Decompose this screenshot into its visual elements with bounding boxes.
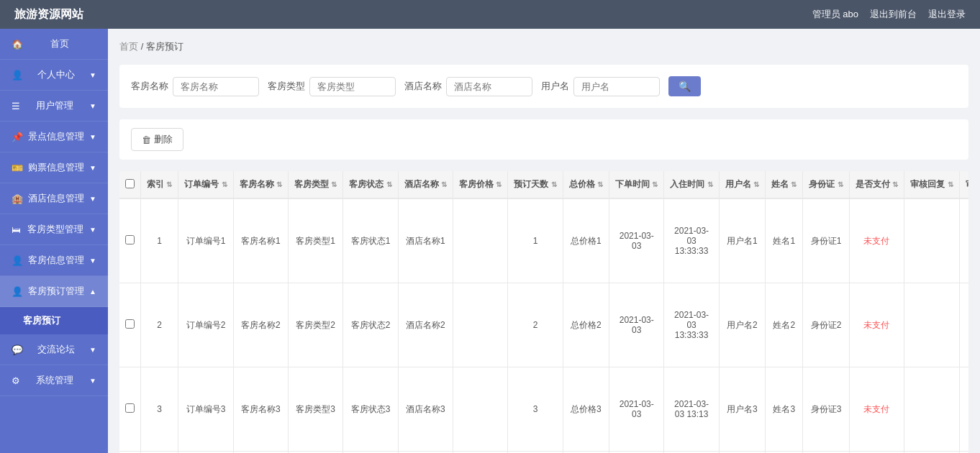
- row-paid: 未支付: [849, 367, 904, 452]
- row-username: 用户名2: [719, 283, 765, 367]
- sidebar-label-booking: 购票信息管理: [28, 161, 84, 174]
- row-hotel-name: 酒店名称2: [398, 283, 453, 367]
- breadcrumb-home[interactable]: 首页: [119, 41, 138, 52]
- row-realname: 姓名2: [766, 283, 803, 367]
- sidebar-item-scenic[interactable]: 📌 景点信息管理 ▼: [0, 122, 108, 152]
- sidebar-label-hotel: 酒店信息管理: [28, 192, 84, 205]
- sidebar-sub-item-room-order[interactable]: 客房预订: [0, 307, 108, 334]
- row-hotel-name: 酒店名称1: [398, 198, 453, 283]
- site-title: 旅游资源网站: [14, 7, 83, 22]
- breadcrumb-separator: /: [141, 41, 144, 52]
- row-total-price: 总价格1: [563, 198, 609, 283]
- sort-icon-order-time: ⇅: [652, 180, 658, 188]
- sidebar-item-room-type[interactable]: 🛏 客房类型管理 ▼: [0, 214, 108, 245]
- row-realname: 姓名3: [766, 367, 803, 452]
- row-realname: 姓名1: [766, 198, 803, 283]
- row-room-status: 客房状态3: [343, 367, 398, 452]
- row-paid: 未支付: [849, 198, 904, 283]
- sidebar-item-sys[interactable]: ⚙ 系统管理 ▼: [0, 365, 108, 396]
- booking-icon: 🎫: [12, 163, 23, 173]
- row-room-name: 客房名称1: [233, 198, 288, 283]
- row-order-time: 2021-03-03: [609, 283, 664, 367]
- sort-icon-realname: ⇅: [791, 180, 797, 188]
- sidebar-label-personal: 个人中心: [37, 68, 75, 81]
- sidebar-item-home[interactable]: 🏠 首页: [0, 29, 108, 60]
- chevron-down-icon-4: ▼: [89, 164, 96, 172]
- row-paid: 未支付: [849, 283, 904, 367]
- row-audit-reply: [904, 198, 959, 283]
- row-select-checkbox[interactable]: [125, 235, 135, 244]
- sidebar-item-room-info[interactable]: 👤 客房信息管理 ▼: [0, 245, 108, 276]
- sidebar-item-booking[interactable]: 🎫 购票信息管理 ▼: [0, 152, 108, 183]
- sidebar-item-hotel[interactable]: 🏨 酒店信息管理 ▼: [0, 183, 108, 214]
- row-total-price: 总价格2: [563, 283, 609, 367]
- hotel-name-input[interactable]: [446, 77, 532, 96]
- search-icon: 🔍: [679, 81, 691, 92]
- table-row: 1 订单编号1 客房名称1 客房类型1 客房状态1 酒店名称1 1 总价格1 2…: [119, 198, 968, 283]
- search-user-name-field: 用户名: [541, 77, 660, 96]
- chevron-down-icon-5: ▼: [89, 195, 96, 203]
- th-room-name: 客房名称 ⇅: [233, 171, 288, 198]
- row-room-name: 客房名称2: [233, 283, 288, 367]
- row-checkin-time: 2021-03-03 13:13: [664, 367, 719, 452]
- row-checkin-time: 2021-03-03 13:33:33: [664, 283, 719, 367]
- row-room-price: [453, 283, 508, 367]
- breadcrumb: 首页 / 客房预订: [119, 40, 968, 53]
- sys-icon: ⚙: [12, 375, 20, 386]
- delete-icon: 🗑: [142, 134, 151, 145]
- delete-label: 删除: [154, 133, 173, 146]
- logout-link[interactable]: 退出登录: [928, 8, 966, 21]
- row-book-days: 1: [508, 198, 563, 283]
- sidebar-item-forum[interactable]: 💬 交流论坛 ▼: [0, 334, 108, 365]
- sidebar-label-room-type: 客房类型管理: [27, 223, 83, 236]
- top-header: 旅游资源网站 管理员 abo 退出到前台 退出登录: [0, 0, 980, 29]
- scenic-icon: 📌: [12, 132, 23, 142]
- row-select-checkbox[interactable]: [125, 319, 135, 329]
- select-all-checkbox[interactable]: [125, 179, 135, 188]
- header-actions: 管理员 abo 退出到前台 退出登录: [812, 8, 966, 21]
- row-checkbox: [119, 367, 141, 452]
- sort-icon-status: ⇅: [386, 180, 392, 188]
- table-row: 2 订单编号2 客房名称2 客房类型2 客房状态2 酒店名称2 2 总价格2 2…: [119, 283, 968, 367]
- user-name-input[interactable]: [573, 77, 660, 96]
- row-idcard: 身份证1: [803, 198, 849, 283]
- th-room-type: 客房类型 ⇅: [289, 171, 343, 198]
- row-order-time: 2021-03-03: [609, 198, 664, 283]
- main-content: 首页 / 客房预订 客房名称 客房类型 酒店名称 用户名 🔍: [108, 29, 980, 453]
- row-select-checkbox[interactable]: [125, 403, 135, 413]
- row-room-name: 客房名称3: [233, 367, 288, 452]
- sort-icon-checkin: ⇅: [707, 180, 713, 188]
- row-room-status: 客房状态2: [343, 283, 398, 367]
- row-room-status: 客房状态1: [343, 198, 398, 283]
- search-hotel-name-field: 酒店名称: [404, 77, 532, 96]
- room-name-input[interactable]: [173, 77, 259, 96]
- row-checkin-time: 2021-03-03 13:33:33: [664, 198, 719, 283]
- sidebar-item-user-mgmt[interactable]: ☰ 用户管理 ▼: [0, 91, 108, 122]
- search-button[interactable]: 🔍: [668, 76, 701, 96]
- sidebar-label-room-info: 客房信息管理: [28, 254, 84, 267]
- room-type-label: 客房类型: [268, 80, 305, 93]
- sort-icon-price: ⇅: [496, 180, 502, 188]
- layout: 🏠 首页 👤 个人中心 ▼ ☰ 用户管理 ▼ 📌 景点信息管理 ▼ 🎫 购票信息…: [0, 29, 980, 453]
- row-checkbox: [119, 283, 141, 367]
- sidebar-item-personal[interactable]: 👤 个人中心 ▼: [0, 60, 108, 91]
- sort-icon-days: ⇅: [551, 180, 557, 188]
- sort-icon-reply: ⇅: [948, 180, 953, 188]
- chevron-down-icon-6: ▼: [89, 226, 96, 234]
- sidebar-item-room-booking[interactable]: 👤 客房预订管理 ▲: [0, 276, 108, 307]
- th-room-price: 客房价格 ⇅: [453, 171, 508, 198]
- row-order-no: 订单编号1: [178, 198, 233, 283]
- sort-icon-idcard: ⇅: [838, 180, 843, 188]
- front-link[interactable]: 退出到前台: [870, 8, 917, 21]
- chevron-down-icon-3: ▼: [89, 133, 96, 141]
- row-index: 3: [141, 367, 178, 452]
- sidebar-sub-label-room-order: 客房预订: [23, 315, 60, 326]
- row-room-price: [453, 198, 508, 283]
- user-name-label: 用户名: [541, 80, 569, 93]
- room-type-input[interactable]: [309, 77, 396, 96]
- th-audit-reply: 审核回复 ⇅: [904, 171, 959, 198]
- bookings-table: 索引 ⇅ 订单编号 ⇅ 客房名称 ⇅ 客房类型 ⇅ 客房状态 ⇅ 酒店名称 ⇅ …: [119, 171, 968, 453]
- delete-button[interactable]: 🗑 删除: [131, 128, 183, 151]
- th-username: 用户名 ⇅: [719, 171, 765, 198]
- personal-icon: 👤: [12, 70, 23, 81]
